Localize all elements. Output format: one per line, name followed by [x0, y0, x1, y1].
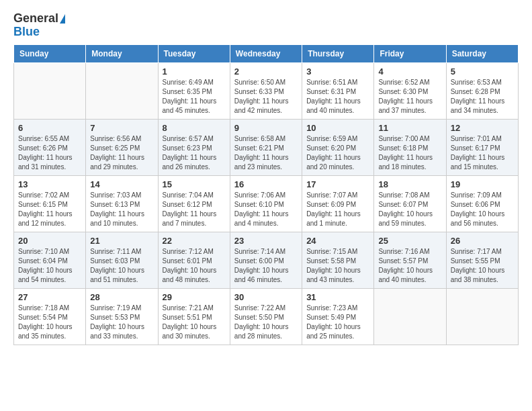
calendar-cell: 25Sunrise: 7:16 AM Sunset: 5:57 PM Dayli… — [374, 232, 446, 288]
day-number: 24 — [306, 236, 369, 246]
day-info: Sunrise: 7:23 AM Sunset: 5:49 PM Dayligh… — [306, 304, 369, 341]
day-info: Sunrise: 7:21 AM Sunset: 5:51 PM Dayligh… — [163, 304, 226, 341]
calendar-cell: 31Sunrise: 7:23 AM Sunset: 5:49 PM Dayli… — [302, 288, 374, 345]
day-info: Sunrise: 7:02 AM Sunset: 6:15 PM Dayligh… — [18, 191, 81, 228]
calendar-wrapper: SundayMondayTuesdayWednesdayThursdayFrid… — [0, 44, 532, 352]
day-number: 6 — [18, 123, 81, 133]
day-number: 21 — [90, 236, 153, 246]
calendar-cell: 21Sunrise: 7:11 AM Sunset: 6:03 PM Dayli… — [86, 232, 158, 288]
week-row-5: 27Sunrise: 7:18 AM Sunset: 5:54 PM Dayli… — [14, 288, 519, 345]
calendar-cell: 14Sunrise: 7:03 AM Sunset: 6:13 PM Dayli… — [86, 175, 158, 232]
calendar-cell: 24Sunrise: 7:15 AM Sunset: 5:58 PM Dayli… — [302, 232, 374, 288]
calendar-cell: 28Sunrise: 7:19 AM Sunset: 5:53 PM Dayli… — [86, 288, 158, 345]
day-info: Sunrise: 7:11 AM Sunset: 6:03 PM Dayligh… — [90, 247, 153, 285]
calendar-cell: 9Sunrise: 6:58 AM Sunset: 6:21 PM Daylig… — [230, 119, 302, 175]
day-number: 23 — [234, 236, 298, 246]
day-info: Sunrise: 7:09 AM Sunset: 6:06 PM Dayligh… — [451, 191, 514, 228]
day-info: Sunrise: 7:06 AM Sunset: 6:10 PM Dayligh… — [234, 191, 298, 228]
day-info: Sunrise: 6:53 AM Sunset: 6:28 PM Dayligh… — [451, 78, 514, 116]
day-number: 31 — [306, 292, 369, 302]
day-number: 2 — [234, 66, 298, 77]
calendar-cell: 5Sunrise: 6:53 AM Sunset: 6:28 PM Daylig… — [446, 62, 518, 119]
calendar-cell: 27Sunrise: 7:18 AM Sunset: 5:54 PM Dayli… — [14, 288, 86, 345]
day-number: 1 — [163, 66, 226, 77]
weekday-header-tuesday: Tuesday — [158, 44, 230, 62]
day-number: 5 — [451, 66, 514, 77]
calendar-cell: 16Sunrise: 7:06 AM Sunset: 6:10 PM Dayli… — [230, 175, 302, 232]
calendar-cell: 30Sunrise: 7:22 AM Sunset: 5:50 PM Dayli… — [230, 288, 302, 345]
logo-triangle-icon — [60, 14, 65, 24]
day-info: Sunrise: 6:51 AM Sunset: 6:31 PM Dayligh… — [306, 78, 369, 116]
day-info: Sunrise: 6:59 AM Sunset: 6:20 PM Dayligh… — [306, 134, 369, 172]
calendar-cell — [374, 288, 446, 345]
day-info: Sunrise: 7:03 AM Sunset: 6:13 PM Dayligh… — [90, 191, 153, 228]
logo-general-text: General — [13, 12, 58, 26]
calendar-table: SundayMondayTuesdayWednesdayThursdayFrid… — [13, 44, 519, 345]
weekday-header-saturday: Saturday — [446, 44, 518, 62]
day-number: 27 — [18, 292, 81, 302]
calendar-cell: 11Sunrise: 7:00 AM Sunset: 6:18 PM Dayli… — [374, 119, 446, 175]
day-info: Sunrise: 7:12 AM Sunset: 6:01 PM Dayligh… — [163, 247, 226, 285]
day-info: Sunrise: 7:08 AM Sunset: 6:07 PM Dayligh… — [378, 191, 441, 228]
weekday-header-monday: Monday — [86, 44, 158, 62]
day-number: 25 — [378, 236, 441, 246]
day-info: Sunrise: 6:49 AM Sunset: 6:35 PM Dayligh… — [163, 78, 226, 116]
day-info: Sunrise: 7:01 AM Sunset: 6:17 PM Dayligh… — [451, 134, 514, 172]
week-row-4: 20Sunrise: 7:10 AM Sunset: 6:04 PM Dayli… — [14, 232, 519, 288]
day-info: Sunrise: 6:57 AM Sunset: 6:23 PM Dayligh… — [163, 134, 226, 172]
day-number: 28 — [90, 292, 153, 302]
day-info: Sunrise: 6:52 AM Sunset: 6:30 PM Dayligh… — [378, 78, 441, 116]
calendar-cell: 12Sunrise: 7:01 AM Sunset: 6:17 PM Dayli… — [446, 119, 518, 175]
calendar-cell: 13Sunrise: 7:02 AM Sunset: 6:15 PM Dayli… — [14, 175, 86, 232]
day-number: 22 — [163, 236, 226, 246]
week-row-2: 6Sunrise: 6:55 AM Sunset: 6:26 PM Daylig… — [14, 119, 519, 175]
calendar-cell: 18Sunrise: 7:08 AM Sunset: 6:07 PM Dayli… — [374, 175, 446, 232]
day-info: Sunrise: 7:18 AM Sunset: 5:54 PM Dayligh… — [18, 304, 81, 341]
calendar-cell: 29Sunrise: 7:21 AM Sunset: 5:51 PM Dayli… — [158, 288, 230, 345]
day-info: Sunrise: 7:22 AM Sunset: 5:50 PM Dayligh… — [234, 304, 298, 341]
calendar-cell — [86, 62, 158, 119]
weekday-header-wednesday: Wednesday — [230, 44, 302, 62]
calendar-cell: 2Sunrise: 6:50 AM Sunset: 6:33 PM Daylig… — [230, 62, 302, 119]
day-number: 20 — [18, 236, 81, 246]
day-info: Sunrise: 6:50 AM Sunset: 6:33 PM Dayligh… — [234, 78, 298, 116]
day-number: 19 — [451, 179, 514, 189]
calendar-cell: 22Sunrise: 7:12 AM Sunset: 6:01 PM Dayli… — [158, 232, 230, 288]
day-number: 9 — [234, 123, 298, 133]
calendar-cell: 26Sunrise: 7:17 AM Sunset: 5:55 PM Dayli… — [446, 232, 518, 288]
day-number: 7 — [90, 123, 153, 133]
day-number: 14 — [90, 179, 153, 189]
day-info: Sunrise: 7:00 AM Sunset: 6:18 PM Dayligh… — [378, 134, 441, 172]
calendar-cell — [446, 288, 518, 345]
calendar-cell: 15Sunrise: 7:04 AM Sunset: 6:12 PM Dayli… — [158, 175, 230, 232]
calendar-cell: 23Sunrise: 7:14 AM Sunset: 6:00 PM Dayli… — [230, 232, 302, 288]
weekday-header-friday: Friday — [374, 44, 446, 62]
calendar-cell: 10Sunrise: 6:59 AM Sunset: 6:20 PM Dayli… — [302, 119, 374, 175]
day-number: 30 — [234, 292, 298, 302]
day-info: Sunrise: 7:15 AM Sunset: 5:58 PM Dayligh… — [306, 247, 369, 285]
day-number: 3 — [306, 66, 369, 77]
logo: General Blue — [13, 12, 65, 39]
day-info: Sunrise: 7:07 AM Sunset: 6:09 PM Dayligh… — [306, 191, 369, 228]
logo-blue-text: Blue — [13, 26, 40, 39]
day-number: 11 — [378, 123, 441, 133]
day-info: Sunrise: 6:58 AM Sunset: 6:21 PM Dayligh… — [234, 134, 298, 172]
day-info: Sunrise: 6:55 AM Sunset: 6:26 PM Dayligh… — [18, 134, 81, 172]
day-number: 4 — [378, 66, 441, 77]
weekday-header-row: SundayMondayTuesdayWednesdayThursdayFrid… — [14, 44, 519, 62]
day-info: Sunrise: 7:10 AM Sunset: 6:04 PM Dayligh… — [18, 247, 81, 285]
week-row-1: 1Sunrise: 6:49 AM Sunset: 6:35 PM Daylig… — [14, 62, 519, 119]
day-info: Sunrise: 7:17 AM Sunset: 5:55 PM Dayligh… — [451, 247, 514, 285]
day-info: Sunrise: 7:14 AM Sunset: 6:00 PM Dayligh… — [234, 247, 298, 285]
calendar-cell — [14, 62, 86, 119]
day-number: 10 — [306, 123, 369, 133]
calendar-cell: 1Sunrise: 6:49 AM Sunset: 6:35 PM Daylig… — [158, 62, 230, 119]
day-info: Sunrise: 6:56 AM Sunset: 6:25 PM Dayligh… — [90, 134, 153, 172]
calendar-cell: 6Sunrise: 6:55 AM Sunset: 6:26 PM Daylig… — [14, 119, 86, 175]
calendar-cell: 20Sunrise: 7:10 AM Sunset: 6:04 PM Dayli… — [14, 232, 86, 288]
calendar-cell: 3Sunrise: 6:51 AM Sunset: 6:31 PM Daylig… — [302, 62, 374, 119]
calendar-cell: 7Sunrise: 6:56 AM Sunset: 6:25 PM Daylig… — [86, 119, 158, 175]
day-info: Sunrise: 7:04 AM Sunset: 6:12 PM Dayligh… — [163, 191, 226, 228]
day-number: 8 — [163, 123, 226, 133]
calendar-cell: 17Sunrise: 7:07 AM Sunset: 6:09 PM Dayli… — [302, 175, 374, 232]
